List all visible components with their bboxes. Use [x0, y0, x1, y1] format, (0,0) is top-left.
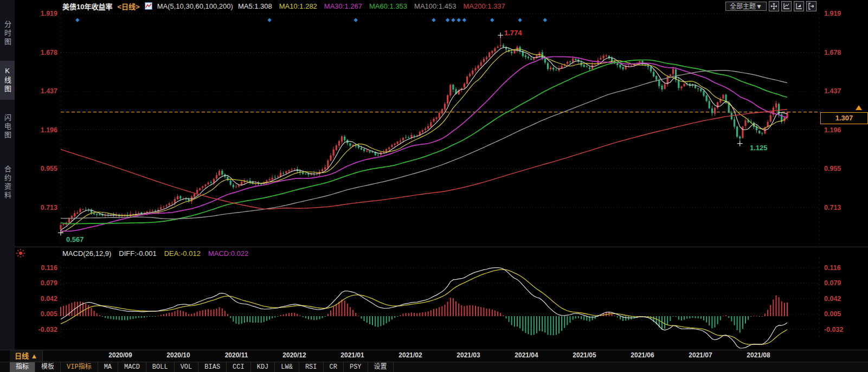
price-tick-left: 1.437: [15, 87, 57, 95]
price-tick-right: 0.713: [824, 203, 867, 212]
x-axis-date: 2021/01: [331, 351, 374, 359]
period-selector[interactable]: 日线 ▲: [10, 350, 43, 362]
price-tick-right: 1.196: [824, 126, 867, 134]
header-controls: 全部主题▼: [725, 1, 816, 11]
bottom-tab-MACD[interactable]: MACD: [118, 362, 146, 372]
bottom-tab-指标[interactable]: 指标: [10, 362, 35, 372]
price-tick-left: 1.919: [15, 9, 57, 18]
macd-tick-left: -0.032: [15, 325, 57, 334]
dea-line: [61, 270, 787, 344]
x-axis-date: 2021/03: [447, 351, 490, 359]
macd-tick-right: 0.042: [824, 294, 867, 303]
macd-pane: MACD(26,12,9) DIFF:-0.001 DEA:-0.012 MAC…: [15, 247, 868, 350]
ma-values: MA5:1.308MA10:1.282MA30:1.267MA60:1.353M…: [238, 2, 505, 10]
mini-chart-icon: [145, 2, 152, 10]
x-axis: 日线 ▲ 2020/092020/102020/112020/122021/01…: [0, 350, 868, 362]
macd-tick-left: 0.116: [15, 264, 57, 272]
pan-icon[interactable]: [769, 1, 779, 11]
sidebar-item-1[interactable]: 分时图: [0, 15, 15, 52]
bottom-tab-BOLL[interactable]: BOLL: [146, 362, 175, 372]
app-root: 分时图K线图闪电图合约资料 美债10年收益率 <日线> MA(5,10,30,6…: [0, 0, 868, 372]
price-tick-right: 0.955: [824, 164, 867, 173]
ma-group-label: MA(5,10,30,60,100,200): [157, 2, 233, 10]
macd-tick-right: 0.116: [824, 264, 867, 272]
x-axis-date: 2021/06: [621, 351, 664, 359]
x-axis-date: 2020/10: [157, 351, 200, 359]
bottom-tab-RSI[interactable]: RSI: [299, 362, 324, 372]
bottom-tab-模板[interactable]: 模板: [35, 362, 61, 372]
macd-params: MACD(26,12,9): [62, 249, 111, 258]
scale-chart-icon[interactable]: [781, 1, 792, 11]
x-axis-date: 2021/07: [679, 351, 722, 359]
bottom-tab-BIAS[interactable]: BIAS: [198, 362, 227, 372]
current-price-tag: 1.307: [820, 112, 868, 124]
bottom-tab-KDJ[interactable]: KDJ: [251, 362, 275, 372]
x-axis-date: 2021/04: [505, 351, 548, 359]
bottom-tab-MA[interactable]: MA: [98, 362, 118, 372]
ma-readout: MA60:1.353: [369, 2, 407, 10]
bottom-tab-CCI[interactable]: CCI: [227, 362, 251, 372]
sidebar-item-2[interactable]: K线图: [0, 61, 15, 100]
sidebar-item-4[interactable]: 合约资料: [0, 156, 15, 209]
exit-icon[interactable]: [806, 1, 816, 11]
annotation-start-low: 0.567: [66, 235, 84, 243]
price-tick-left: 1.678: [15, 48, 57, 57]
price-tick-right: 1.678: [824, 48, 867, 57]
instrument-title: 美债10年收益率: [62, 1, 112, 11]
macd-diff-readout: DIFF:-0.001: [119, 249, 156, 258]
price-tick-right: 1.919: [824, 9, 867, 18]
macd-tick-left: 0.079: [15, 279, 57, 287]
macd-header: MACD(26,12,9) DIFF:-0.001 DEA:-0.012 MAC…: [62, 248, 248, 258]
macd-dea-readout: DEA:-0.012: [164, 249, 201, 258]
macd-tick-right: 0.079: [824, 279, 867, 287]
left-sidebar: 分时图K线图闪电图合约资料: [0, 0, 15, 350]
main-chart: 1.307 1.774 1.125 0.567 1.9191.9191.6781…: [15, 12, 868, 246]
theme-dropdown-button[interactable]: 全部主题▼: [725, 2, 767, 11]
macd-tick-right: 0.005: [824, 310, 867, 318]
chart-header: 美债10年收益率 <日线> MA(5,10,30,60,100,200) MA5…: [15, 0, 868, 12]
price-tick-left: 1.196: [15, 126, 57, 134]
x-axis-date: 2021/08: [737, 351, 780, 359]
price-tick-left: 0.955: [15, 164, 57, 173]
bottom-tab-VIP指标[interactable]: VIP指标: [61, 362, 98, 372]
x-axis-date: 2021/02: [389, 351, 432, 359]
macd-canvas[interactable]: [15, 247, 868, 350]
price-tag-arrow-icon: [856, 105, 862, 110]
event-markers-layer: [75, 18, 547, 22]
period-tag: <日线>: [117, 1, 139, 11]
bottom-tab-VOL[interactable]: VOL: [175, 362, 199, 372]
alert-burst-icon[interactable]: [16, 249, 25, 260]
header-readouts: 美债10年收益率 <日线> MA(5,10,30,60,100,200) MA5…: [62, 0, 505, 12]
candlestick-canvas[interactable]: [15, 12, 868, 246]
macd-macd-readout: MACD:0.022: [208, 249, 248, 258]
macd-tick-left: 0.005: [15, 310, 57, 318]
ma-readout: MA10:1.282: [279, 2, 317, 10]
bottom-tab-设置[interactable]: 设置: [368, 362, 394, 372]
candles-layer: [60, 37, 788, 231]
diff-line: [61, 268, 787, 348]
ma-readout: MA5:1.308: [238, 2, 272, 10]
annotation-high: 1.774: [504, 29, 522, 37]
play-chart-icon[interactable]: [794, 1, 804, 11]
price-tick-left: 0.713: [15, 203, 57, 212]
ma-readout: MA100:1.453: [414, 2, 456, 10]
x-axis-date: 2020/12: [273, 351, 316, 359]
ma-readout: MA30:1.267: [324, 2, 362, 10]
main-gridlines: [61, 14, 819, 244]
bottom-tab-CR[interactable]: CR: [324, 362, 344, 372]
sidebar-item-3[interactable]: 闪电图: [0, 107, 15, 146]
bottom-tab-LW&[interactable]: LW&: [275, 362, 299, 372]
ma-readout: MA200:1.337: [463, 2, 505, 10]
x-axis-date: 2020/11: [215, 351, 258, 359]
macd-gridlines: [61, 258, 819, 339]
macd-tick-right: -0.032: [824, 325, 867, 334]
annotation-low: 1.125: [750, 144, 768, 152]
bottom-tab-PSY[interactable]: PSY: [344, 362, 368, 372]
price-tick-right: 1.437: [824, 87, 867, 95]
bottom-tab-bar: 指标模板VIP指标MAMACDBOLLVOLBIASCCIKDJLW&RSICR…: [0, 362, 868, 372]
x-axis-date: 2021/05: [563, 351, 606, 359]
macd-tick-left: 0.042: [15, 294, 57, 303]
x-axis-date: 2020/09: [99, 351, 142, 359]
